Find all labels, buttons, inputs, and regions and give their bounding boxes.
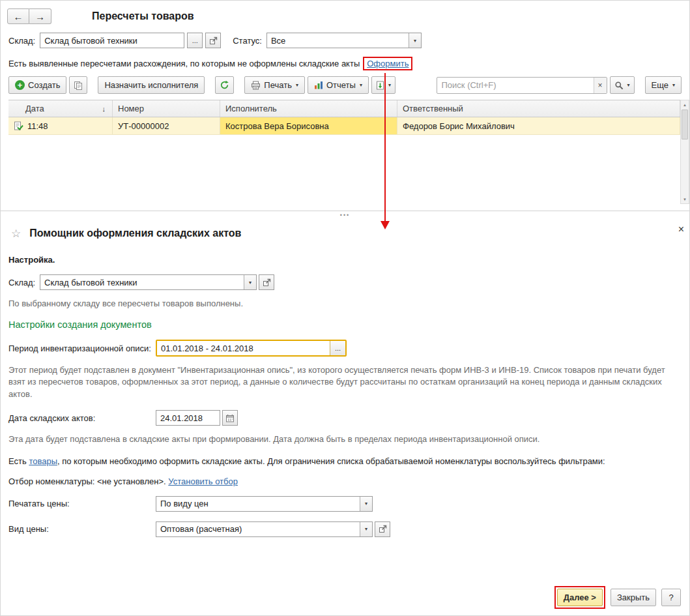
- chevron-down-icon[interactable]: ▾: [360, 497, 372, 511]
- chevron-down-icon: ▾: [672, 82, 675, 88]
- refresh-button[interactable]: [215, 76, 234, 94]
- oformit-link[interactable]: Оформить: [367, 59, 409, 68]
- acts-date-label: Дата складских актов:: [8, 413, 154, 423]
- table-scrollbar[interactable]: ▲ ▼: [680, 100, 689, 204]
- status-filter-value: Все: [271, 36, 409, 46]
- acts-date-calendar-button[interactable]: [222, 410, 238, 426]
- notice-text: Есть выявленные пересчетами расхождения,…: [8, 59, 360, 68]
- column-header-executor[interactable]: Исполнитель: [220, 100, 397, 117]
- close-button[interactable]: Закрыть: [611, 589, 656, 606]
- warehouse-ellipsis-button[interactable]: ...: [187, 33, 203, 48]
- wizard-title-row: ☆ Помощник оформления складских актов: [1, 219, 689, 239]
- acts-date-value: 24.01.2018: [160, 413, 220, 423]
- chevron-down-icon: ▾: [296, 82, 298, 88]
- reports-button[interactable]: Отчеты ▾: [308, 76, 369, 94]
- price-kind-open-button[interactable]: [375, 521, 390, 537]
- period-value: 01.01.2018 - 24.01.2018: [161, 344, 330, 353]
- chevron-down-icon[interactable]: ▾: [244, 275, 256, 289]
- recounts-table: Дата ↓ Номер Исполнитель Ответственный: [8, 100, 689, 204]
- notice-row: Есть выявленные пересчетами расхождения,…: [1, 57, 689, 70]
- assign-executor-button[interactable]: Назначить исполнителя: [98, 76, 205, 94]
- wizard-body: Настройка. Склад: Склад бытовой техники …: [1, 255, 689, 537]
- recounts-list-window: ← → Пересчеты товаров Склад: Склад бытов…: [1, 1, 689, 211]
- scroll-thumb[interactable]: [682, 110, 688, 139]
- period-label: Период инвентаризационной описи:: [8, 344, 154, 353]
- export-document-icon: [376, 81, 384, 90]
- print-prices-value: По виду цен: [160, 499, 360, 508]
- open-icon: [379, 525, 387, 533]
- search-button[interactable]: ▾: [610, 76, 635, 94]
- back-button[interactable]: ←: [7, 8, 29, 24]
- sort-desc-icon: ↓: [102, 105, 106, 113]
- wizard-warehouse-select[interactable]: Склад бытовой техники ▾: [40, 274, 257, 290]
- goods-line: Есть товары, по которым необходимо оформ…: [8, 456, 682, 466]
- acts-date-note: Эта дата будет подставлена в складские а…: [8, 433, 682, 445]
- search-icon: [614, 81, 624, 90]
- cell-number[interactable]: УТ-00000002: [113, 117, 220, 134]
- cell-responsible[interactable]: Федоров Борис Михайлович: [397, 117, 680, 134]
- column-header-number[interactable]: Номер: [113, 100, 220, 117]
- goods-link[interactable]: товары: [29, 456, 57, 466]
- app-screen: ← → Пересчеты товаров Склад: Склад бытов…: [0, 0, 690, 616]
- annotation-box-oformit: Оформить: [363, 57, 412, 70]
- window-splitter[interactable]: •••: [1, 211, 689, 219]
- copy-icon: [74, 81, 83, 90]
- close-icon[interactable]: ×: [678, 224, 684, 235]
- wizard-warehouse-open-button[interactable]: [259, 274, 274, 290]
- selection-line: Отбор номенклатуры: <не установлен>. Уст…: [8, 477, 682, 486]
- set-selection-link[interactable]: Установить отбор: [168, 477, 238, 486]
- column-header-date[interactable]: Дата ↓: [8, 100, 113, 117]
- refresh-icon: [220, 80, 229, 90]
- help-button[interactable]: ?: [661, 589, 681, 606]
- period-ellipsis-button[interactable]: ...: [330, 341, 345, 355]
- create-label: Создать: [28, 80, 60, 90]
- scroll-down-icon[interactable]: ▼: [681, 195, 689, 203]
- selection-label: Отбор номенклатуры: <не установлен>.: [8, 477, 168, 486]
- chevron-down-icon[interactable]: ▾: [409, 33, 421, 48]
- price-kind-value: Оптовая (расчетная): [160, 524, 360, 534]
- printer-icon: [251, 81, 261, 90]
- acts-wizard-window: ☆ Помощник оформления складских актов × …: [1, 219, 689, 615]
- chevron-down-icon: ▾: [627, 82, 630, 88]
- favorite-star-icon[interactable]: ☆: [11, 228, 21, 239]
- warehouse-filter-field[interactable]: Склад бытовой техники: [40, 33, 184, 48]
- column-header-responsible[interactable]: Ответственный: [397, 100, 680, 117]
- price-kind-label: Вид цены:: [8, 524, 154, 534]
- status-filter-select[interactable]: Все ▾: [266, 33, 422, 48]
- cell-date[interactable]: 11:48: [8, 117, 113, 134]
- search-input[interactable]: [437, 77, 607, 94]
- period-input[interactable]: 01.01.2018 - 24.01.2018: [157, 341, 330, 355]
- period-row: Период инвентаризационной описи: 01.01.2…: [8, 340, 682, 357]
- acts-date-row: Дата складских актов: 24.01.2018: [8, 410, 682, 426]
- period-note: Этот период будет подставлен в документ …: [8, 364, 682, 400]
- warehouse-open-button[interactable]: [205, 33, 221, 48]
- annotation-box-next: Далее >: [554, 586, 605, 609]
- table-row[interactable]: 11:48 УТ-00000002 Кострова Вера Борисовн…: [8, 117, 680, 135]
- chevron-down-icon: ▾: [360, 82, 362, 88]
- cell-executor[interactable]: Кострова Вера Борисовна: [220, 117, 397, 134]
- acts-date-input[interactable]: 24.01.2018: [156, 410, 220, 426]
- period-highlight: 01.01.2018 - 24.01.2018 ...: [156, 340, 347, 357]
- print-prices-select[interactable]: По виду цен ▾: [156, 496, 373, 512]
- scroll-up-icon[interactable]: ▲: [681, 100, 689, 109]
- wizard-title: Помощник оформления складских актов: [29, 227, 241, 239]
- print-button[interactable]: Печать ▾: [244, 76, 305, 94]
- table-header: Дата ↓ Номер Исполнитель Ответственный: [8, 100, 680, 117]
- warehouse-note: По выбранному складу все пересчеты товар…: [8, 299, 682, 308]
- price-kind-select[interactable]: Оптовая (расчетная) ▾: [156, 521, 373, 537]
- page-title: Пересчеты товаров: [92, 10, 194, 22]
- print-sets-button[interactable]: ▾: [371, 76, 395, 94]
- forward-button[interactable]: →: [29, 8, 51, 24]
- document-check-icon: [14, 121, 23, 130]
- price-kind-row: Вид цены: Оптовая (расчетная) ▾: [8, 521, 682, 537]
- copy-button[interactable]: [69, 76, 87, 94]
- next-button[interactable]: Далее >: [557, 589, 603, 606]
- open-icon: [209, 37, 218, 45]
- warehouse-filter-value: Склад бытовой техники: [44, 36, 184, 46]
- more-button[interactable]: Еще ▾: [645, 76, 682, 94]
- chevron-down-icon[interactable]: ▾: [360, 522, 372, 536]
- wizard-footer: Далее > Закрыть ?: [554, 586, 681, 609]
- print-label: Печать: [264, 80, 292, 90]
- create-button[interactable]: + Создать: [8, 76, 66, 94]
- clear-search-button[interactable]: ×: [594, 78, 607, 93]
